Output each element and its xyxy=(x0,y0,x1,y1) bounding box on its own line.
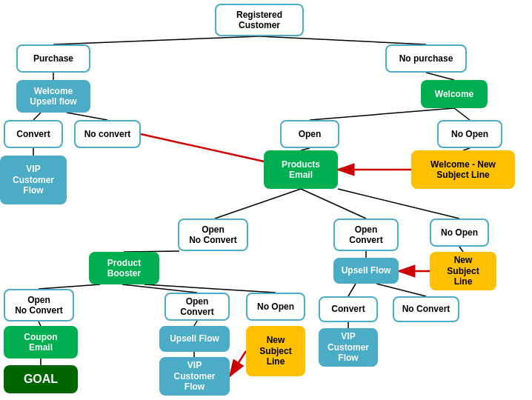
coupon-email-node: Coupon Email xyxy=(4,326,78,359)
registered-customer-node: Registered Customer xyxy=(215,4,304,36)
svg-line-7 xyxy=(310,108,454,120)
no-convert-node: No convert xyxy=(74,120,141,148)
svg-line-11 xyxy=(215,189,301,219)
no-purchase-node: No purchase xyxy=(385,44,467,73)
convert-right-node: Convert xyxy=(319,296,378,322)
goal-node: GOAL xyxy=(4,365,78,393)
products-email-node: Products Email xyxy=(264,150,338,189)
svg-line-26 xyxy=(338,189,459,219)
svg-line-32 xyxy=(230,351,246,376)
open-convert-right-node: Open Convert xyxy=(333,219,399,251)
open-node: Open xyxy=(280,120,339,148)
vip-top-node: VIP Customer Flow xyxy=(0,156,67,204)
vip-bottom-mid-node: VIP Customer Flow xyxy=(159,357,230,396)
no-convert-right-node: No Convert xyxy=(393,296,459,322)
svg-line-4 xyxy=(33,113,41,120)
svg-line-15 xyxy=(122,284,197,293)
svg-line-24 xyxy=(376,284,426,296)
svg-line-0 xyxy=(53,36,259,44)
open-no-convert-left-node: Open No Convert xyxy=(4,289,74,321)
vip-bottom-right-node: VIP Customer Flow xyxy=(319,328,378,367)
svg-line-12 xyxy=(301,189,366,219)
flow-diagram: Registered Customer Purchase No purchase… xyxy=(0,0,532,400)
svg-line-1 xyxy=(259,36,426,44)
no-open-right-node: No Open xyxy=(437,120,502,148)
product-booster-node: Product Booster xyxy=(89,252,159,284)
no-open-mid-node: No Open xyxy=(246,293,305,321)
welcome-new-subject-node: Welcome - New Subject Line xyxy=(411,150,515,189)
no-open-far-right-node: No Open xyxy=(430,219,489,247)
convert-node: Convert xyxy=(4,120,63,148)
svg-line-3 xyxy=(426,73,454,80)
svg-line-23 xyxy=(348,284,356,296)
svg-line-5 xyxy=(67,113,107,120)
svg-line-16 xyxy=(144,284,276,293)
purchase-node: Purchase xyxy=(16,44,90,73)
svg-line-8 xyxy=(454,108,470,120)
svg-line-19 xyxy=(194,321,197,326)
new-subject-right-node: New Subject Line xyxy=(430,252,496,290)
open-no-convert-mid-node: Open No Convert xyxy=(178,219,248,251)
svg-line-22 xyxy=(459,247,463,252)
open-convert-mid-node: Open Convert xyxy=(164,293,230,321)
welcome-upsell-node: Welcome Upsell flow xyxy=(16,80,90,113)
welcome-node: Welcome xyxy=(421,80,488,108)
new-subject-mid-node: New Subject Line xyxy=(246,326,305,376)
upsell-flow-right-node: Upsell Flow xyxy=(333,258,399,284)
upsell-flow-mid-node: Upsell Flow xyxy=(159,326,230,352)
